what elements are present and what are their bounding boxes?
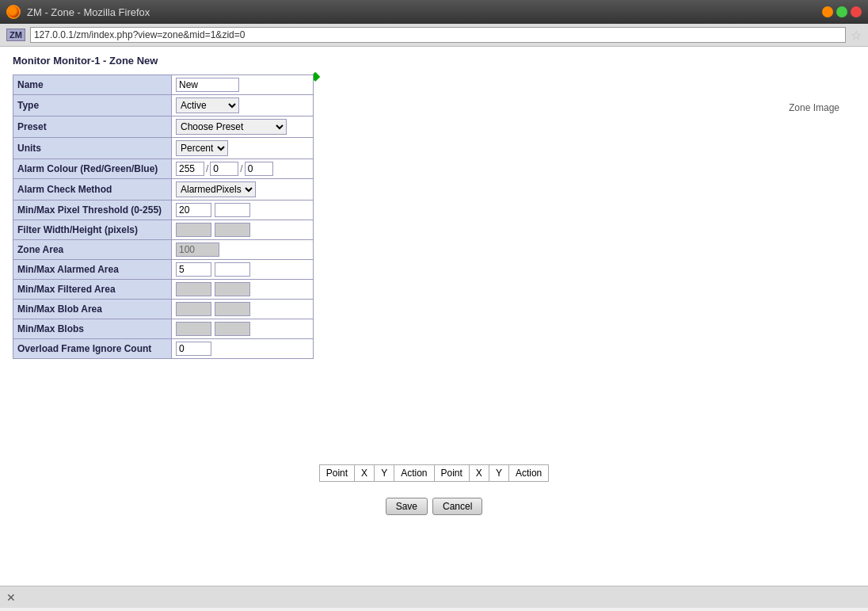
alarm-check-label: Alarm Check Method xyxy=(13,179,172,200)
alarm-colour-cell: / / xyxy=(172,159,314,179)
col-action-1: Action xyxy=(394,465,434,482)
name-row: Name xyxy=(13,75,314,95)
alarm-check-cell: AlarmedPixels FilteredPixels BlobsPixels xyxy=(172,179,314,200)
separator2: / xyxy=(240,163,242,174)
coordinates-table: Point X Y Action Point X Y Action xyxy=(319,464,550,482)
filter-height-input[interactable] xyxy=(215,223,250,237)
blobs-min-input[interactable] xyxy=(176,322,211,336)
col-x-1: X xyxy=(355,465,375,482)
bookmark-star-icon[interactable]: ☆ xyxy=(851,28,862,43)
blobs-row: Min/Max Blobs xyxy=(13,319,314,339)
blob-area-max-input[interactable] xyxy=(215,302,250,316)
zone-area-cell xyxy=(172,240,314,260)
close-icon[interactable]: ✕ xyxy=(6,591,16,604)
alarmed-area-cell xyxy=(172,260,314,280)
address-input[interactable] xyxy=(30,27,846,43)
alarmed-area-max-input[interactable] xyxy=(215,262,250,277)
page-title: Monitor Monitor-1 - Zone New xyxy=(13,55,855,67)
zone-area-label: Zone Area xyxy=(13,240,172,260)
type-select[interactable]: Active Inclusive Exclusive Preclusive In… xyxy=(176,97,239,113)
alarm-check-select[interactable]: AlarmedPixels FilteredPixels BlobsPixels xyxy=(176,181,256,197)
col-point-1: Point xyxy=(319,465,354,482)
filter-size-label: Filter Width/Height (pixels) xyxy=(13,220,172,240)
form-buttons: Save Cancel xyxy=(13,498,855,515)
window-title: ZM - Zone - Mozilla Firefox xyxy=(27,6,150,18)
col-y-1: Y xyxy=(375,465,394,482)
zone-image-label: Zone Image xyxy=(789,102,839,113)
units-row: Units Percent Pixels xyxy=(13,138,314,159)
zm-logo: ZM xyxy=(6,29,25,41)
cancel-button[interactable]: Cancel xyxy=(432,498,482,515)
blobs-cell xyxy=(172,319,314,339)
minimize-button[interactable] xyxy=(822,6,833,17)
preset-select[interactable]: Choose Preset xyxy=(176,119,287,135)
filtered-area-min-input[interactable] xyxy=(176,282,211,296)
alarm-colour-r-input[interactable] xyxy=(176,162,204,176)
firefox-icon xyxy=(6,5,21,19)
col-x-2: X xyxy=(469,465,489,482)
type-label: Type xyxy=(13,95,172,116)
blob-area-min-input[interactable] xyxy=(176,302,211,316)
col-action-2: Action xyxy=(508,465,548,482)
preset-row: Preset Choose Preset xyxy=(13,116,314,138)
pixel-threshold-label: Min/Max Pixel Threshold (0-255) xyxy=(13,200,172,220)
blobs-max-input[interactable] xyxy=(215,322,250,336)
blob-area-cell xyxy=(172,300,314,319)
pixel-threshold-min-input[interactable] xyxy=(176,203,211,217)
units-select[interactable]: Percent Pixels xyxy=(176,140,228,156)
maximize-button[interactable] xyxy=(836,6,847,17)
col-y-2: Y xyxy=(489,465,508,482)
name-cell xyxy=(172,75,314,95)
pixel-threshold-cell xyxy=(172,200,314,220)
alarmed-area-min-input[interactable] xyxy=(176,262,211,277)
alarmed-area-label: Min/Max Alarmed Area xyxy=(13,260,172,280)
address-bar: ZM ☆ xyxy=(0,24,868,47)
save-button[interactable]: Save xyxy=(386,498,428,515)
col-point-2: Point xyxy=(434,465,469,482)
zone-form: Name Type Active Inclusive Exclusive Pre… xyxy=(13,74,314,359)
close-button[interactable] xyxy=(851,6,862,17)
filter-width-input[interactable] xyxy=(176,223,211,237)
preset-label: Preset xyxy=(13,116,172,138)
filtered-area-label: Min/Max Filtered Area xyxy=(13,280,172,300)
zone-area-row: Zone Area xyxy=(13,240,314,260)
status-bar: ✕ xyxy=(0,586,868,608)
title-bar: ZM - Zone - Mozilla Firefox xyxy=(0,0,868,24)
name-input[interactable] xyxy=(176,78,239,92)
zone-area-input xyxy=(176,242,219,257)
type-row: Type Active Inclusive Exclusive Preclusi… xyxy=(13,95,314,116)
filtered-area-row: Min/Max Filtered Area xyxy=(13,280,314,300)
units-label: Units xyxy=(13,138,172,159)
main-content: Monitor Monitor-1 - Zone New ◆ Name Type… xyxy=(0,47,868,586)
alarm-colour-label: Alarm Colour (Red/Green/Blue) xyxy=(13,159,172,179)
filtered-area-max-input[interactable] xyxy=(215,282,250,296)
alarm-colour-g-input[interactable] xyxy=(210,162,238,176)
alarm-check-row: Alarm Check Method AlarmedPixels Filtere… xyxy=(13,179,314,200)
overload-input[interactable] xyxy=(176,342,211,356)
blob-area-row: Min/Max Blob Area xyxy=(13,300,314,319)
zone-image-area: Zone Image xyxy=(789,102,839,113)
type-cell: Active Inclusive Exclusive Preclusive In… xyxy=(172,95,314,116)
preset-cell: Choose Preset xyxy=(172,116,314,138)
overload-cell xyxy=(172,339,314,359)
alarmed-area-row: Min/Max Alarmed Area xyxy=(13,260,314,280)
pixel-threshold-max-input[interactable] xyxy=(215,203,250,217)
filtered-area-cell xyxy=(172,280,314,300)
pixel-threshold-row: Min/Max Pixel Threshold (0-255) xyxy=(13,200,314,220)
filter-size-cell xyxy=(172,220,314,240)
blobs-label: Min/Max Blobs xyxy=(13,319,172,339)
alarm-colour-b-input[interactable] xyxy=(245,162,273,176)
filter-size-row: Filter Width/Height (pixels) xyxy=(13,220,314,240)
overload-label: Overload Frame Ignore Count xyxy=(13,339,172,359)
blob-area-label: Min/Max Blob Area xyxy=(13,300,172,319)
name-label: Name xyxy=(13,75,172,95)
alarm-colour-row: Alarm Colour (Red/Green/Blue) / / xyxy=(13,159,314,179)
separator1: / xyxy=(206,163,208,174)
overload-row: Overload Frame Ignore Count xyxy=(13,339,314,359)
units-cell: Percent Pixels xyxy=(172,138,314,159)
